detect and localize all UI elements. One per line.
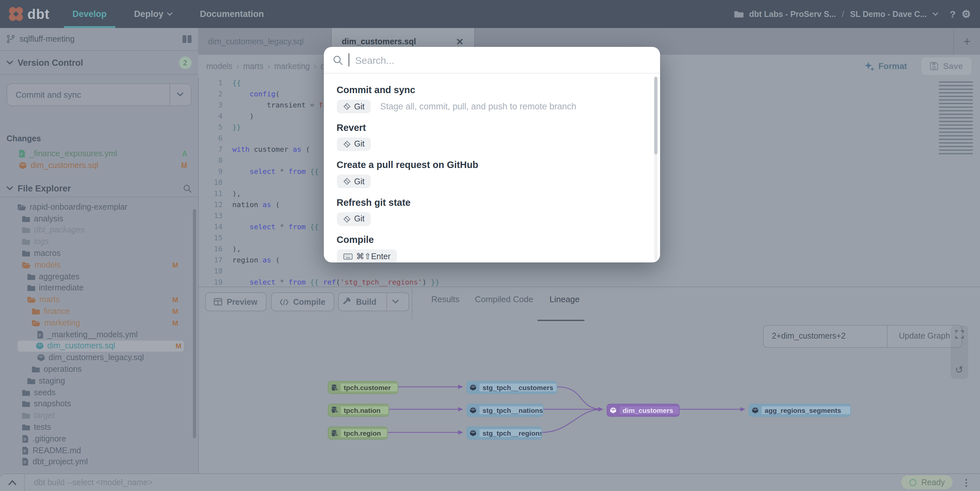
- file-tree-item-logs[interactable]: logs: [0, 236, 195, 248]
- file-tree-item-dim-customers-legacy-sql[interactable]: dim_customers_legacy.sql: [0, 352, 195, 364]
- file-tree-item-analysis[interactable]: analysis: [0, 213, 195, 225]
- breadcrumb-models[interactable]: models: [206, 62, 232, 71]
- nav-documentation[interactable]: Documentation: [186, 0, 278, 28]
- close-icon[interactable]: ✕: [456, 36, 464, 46]
- new-tab-button[interactable]: +: [953, 28, 980, 55]
- reset-view-icon[interactable]: ↺: [955, 365, 963, 375]
- source-database-icon: [331, 384, 338, 391]
- save-icon: [930, 62, 939, 70]
- search-icon: [332, 55, 342, 65]
- search-icon[interactable]: [183, 184, 191, 192]
- command-title: Commit and sync: [337, 84, 647, 96]
- lineage-node-dim-customers[interactable]: dim_customers: [606, 404, 679, 416]
- expand-command-bar-chevron[interactable]: [0, 480, 24, 485]
- breadcrumb-marketing[interactable]: marketing: [274, 62, 310, 71]
- file-explorer-title: File Explorer: [18, 183, 178, 193]
- file-tree-item-finance[interactable]: financeM: [0, 305, 195, 317]
- palette-command-compile[interactable]: Compile⌘⇧Enter: [337, 234, 647, 262]
- commit-and-sync-button[interactable]: Commit and sync: [6, 83, 191, 106]
- palette-scrollbar-thumb[interactable]: [654, 77, 657, 154]
- help-icon[interactable]: ?: [950, 8, 956, 19]
- nav-develop[interactable]: Develop: [59, 0, 120, 28]
- file-tree-item-dbt-packages[interactable]: dbt_packages: [0, 224, 195, 236]
- lineage-node-stg-tpch-nations[interactable]: stg_tpch__nations: [466, 404, 543, 416]
- model-file-icon: [19, 162, 27, 169]
- kebab-menu-icon[interactable]: ⋮: [962, 477, 971, 488]
- editor-minimap[interactable]: [939, 81, 973, 154]
- project-name[interactable]: dbt Labs - ProServ S...: [749, 10, 836, 19]
- changes-count-badge: 2: [179, 56, 191, 69]
- save-button[interactable]: Save: [921, 57, 972, 75]
- commit-options-chevron[interactable]: [169, 84, 191, 105]
- palette-search-row[interactable]: Search...: [323, 47, 660, 73]
- lineage-selector-input[interactable]: 2+dim_customers+2: [764, 332, 886, 340]
- file-tree-item-readme-md[interactable]: README.md: [0, 445, 195, 456]
- save-label: Save: [943, 61, 963, 71]
- model-cube-icon: [470, 384, 476, 391]
- format-button[interactable]: Format: [865, 61, 907, 71]
- file-tree-item-dbt-project-yml[interactable]: dbt_project.yml: [0, 456, 195, 468]
- breadcrumb-marts[interactable]: marts: [243, 62, 264, 71]
- file-tree-item-snapshots[interactable]: snapshots: [0, 398, 195, 410]
- file-tree-item--marketing-models-yml[interactable]: _marketing__models.yml: [0, 329, 195, 340]
- line-number: 4: [198, 111, 228, 122]
- sparkles-icon: [865, 61, 875, 71]
- git-badge: Git: [337, 100, 371, 113]
- environment-name[interactable]: SL Demo - Dave C...: [850, 10, 927, 19]
- palette-search-input[interactable]: Search...: [355, 54, 394, 65]
- dbt-logo[interactable]: dbt: [0, 6, 59, 22]
- nav-deploy[interactable]: Deploy: [120, 0, 186, 28]
- file-tree-item--gitignore[interactable]: .gitignore: [0, 433, 195, 445]
- lineage-node-tpch-region[interactable]: tpch.region: [328, 426, 387, 440]
- chevron-down-icon[interactable]: [933, 12, 939, 16]
- panels-icon[interactable]: [182, 35, 191, 43]
- file-tree-item-target[interactable]: target: [0, 410, 195, 422]
- palette-command-commit-and-sync[interactable]: Commit and syncGitStage all, commit, pul…: [337, 84, 647, 113]
- branch-name[interactable]: sqlfluff-meeting: [19, 35, 178, 44]
- palette-command-revert[interactable]: RevertGit: [337, 121, 647, 151]
- file-tree-item-rapid-onboarding-exemplar[interactable]: rapid-onboarding-exemplar: [0, 201, 195, 213]
- fullscreen-icon[interactable]: [955, 330, 963, 338]
- command-palette-modal: Search... Commit and syncGitStage all, c…: [323, 47, 660, 262]
- lineage-node-stg-tpch-regions[interactable]: stg_tpch__regions: [466, 426, 542, 440]
- line-number: 10: [198, 177, 228, 188]
- file-tree-item-macros[interactable]: macros: [0, 248, 195, 259]
- lineage-edge: [541, 409, 602, 432]
- status-badge: Ready: [901, 476, 953, 489]
- changed-file-row[interactable]: _finance_exposures.yml A: [0, 148, 198, 159]
- file-tree-item-dim-customers-sql[interactable]: dim_customers.sqlM: [18, 340, 183, 352]
- file-explorer-header[interactable]: File Explorer: [0, 180, 198, 197]
- git-icon: [343, 178, 350, 185]
- line-number: 7: [198, 144, 228, 155]
- file-tree-item-marketing[interactable]: marketingM: [0, 317, 195, 329]
- commit-and-sync-label: Commit and sync: [7, 90, 169, 100]
- line-number: 2: [198, 89, 228, 100]
- file-tree-item-seeds[interactable]: seeds: [0, 387, 195, 399]
- lineage-node-tpch-customer[interactable]: tpch.customer: [328, 381, 398, 394]
- palette-command-create-a-pull-request-on-github[interactable]: Create a pull request on GitHubGit: [337, 159, 647, 188]
- folder-open-icon: [32, 320, 40, 326]
- changed-file-row[interactable]: dim_customers.sql M: [0, 159, 198, 171]
- file-tree-item-intermediate[interactable]: intermediate: [0, 282, 195, 294]
- navbar-context: dbt Labs - ProServ S... / SL Demo - Dave…: [734, 8, 980, 20]
- gear-icon[interactable]: ⚙: [961, 8, 971, 20]
- line-number: 9: [198, 166, 228, 177]
- folder-icon: [27, 378, 35, 384]
- palette-command-refresh-git-state[interactable]: Refresh git stateGit: [337, 196, 647, 226]
- version-control-header[interactable]: Version Control 2: [0, 51, 198, 75]
- file-tree-item-staging[interactable]: staging: [0, 375, 195, 387]
- tab-dim-customers-legacy[interactable]: dim_customers_legacy.sql: [198, 28, 331, 55]
- lineage-view-controls: ↺: [950, 326, 968, 379]
- file-tree-item-tests[interactable]: tests: [0, 421, 195, 433]
- file-tree-item-models[interactable]: modelsM: [0, 259, 195, 271]
- file-tree-item-aggregates[interactable]: aggregates: [0, 271, 195, 283]
- command-input[interactable]: dbt build --select <model_name>: [25, 478, 901, 487]
- lineage-graph[interactable]: tpch.customertpch.nationtpch.regionstg_t…: [198, 287, 980, 474]
- file-tree-scrollbar[interactable]: [193, 209, 196, 438]
- file-tree-item-marts[interactable]: martsM: [0, 294, 195, 306]
- line-number: 16: [198, 243, 228, 254]
- file-tree-item-operations[interactable]: operations: [0, 363, 195, 375]
- lineage-node-stg-tpch-customers[interactable]: stg_tpch__customers: [466, 381, 557, 394]
- lineage-node-agg-regions-segments[interactable]: agg_regions_segments: [748, 404, 851, 416]
- lineage-node-tpch-nation[interactable]: tpch.nation: [328, 404, 389, 416]
